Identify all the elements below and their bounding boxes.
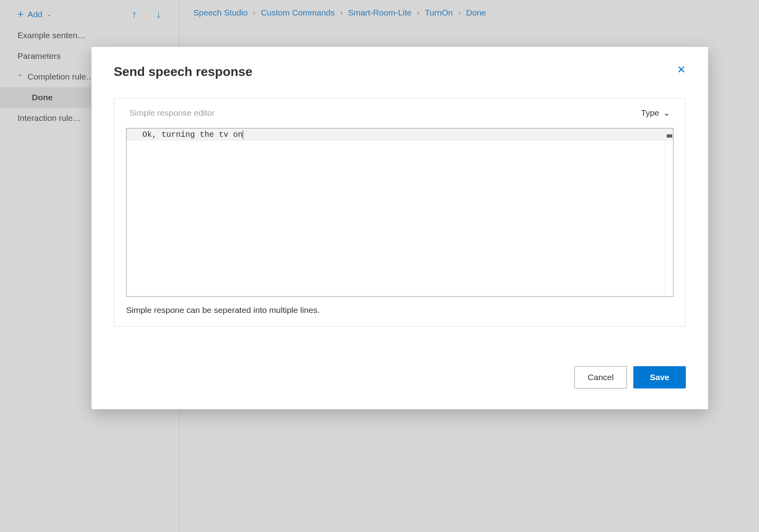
modal-header: Send speech response ✕ xyxy=(114,64,686,79)
scroll-thumb[interactable] xyxy=(667,134,672,138)
response-text-line: Ok, turning the tv on xyxy=(126,128,673,141)
chevron-down-icon: ⌄ xyxy=(663,108,670,118)
text-cursor xyxy=(243,130,243,139)
type-dropdown[interactable]: Type ⌄ xyxy=(641,108,670,118)
close-icon[interactable]: ✕ xyxy=(677,64,686,75)
response-textarea[interactable]: Ok, turning the tv on xyxy=(126,128,673,297)
scrollbar[interactable] xyxy=(665,141,673,296)
modal-footer: Cancel Save xyxy=(114,366,686,388)
helper-text: Simple respone can be seperated into mul… xyxy=(126,305,673,315)
response-editor-panel: Simple response editor Type ⌄ Ok, turnin… xyxy=(114,98,686,326)
send-speech-response-dialog: Send speech response ✕ Simple response e… xyxy=(91,47,708,409)
modal-title: Send speech response xyxy=(114,64,253,79)
type-dropdown-label: Type xyxy=(641,108,659,118)
save-button[interactable]: Save xyxy=(633,366,686,388)
editor-label: Simple response editor xyxy=(129,108,215,118)
cancel-button[interactable]: Cancel xyxy=(574,366,627,388)
textarea-body[interactable] xyxy=(126,141,673,297)
editor-toolbar: Simple response editor Type ⌄ xyxy=(126,108,673,118)
response-text-value: Ok, turning the tv on xyxy=(142,130,243,139)
